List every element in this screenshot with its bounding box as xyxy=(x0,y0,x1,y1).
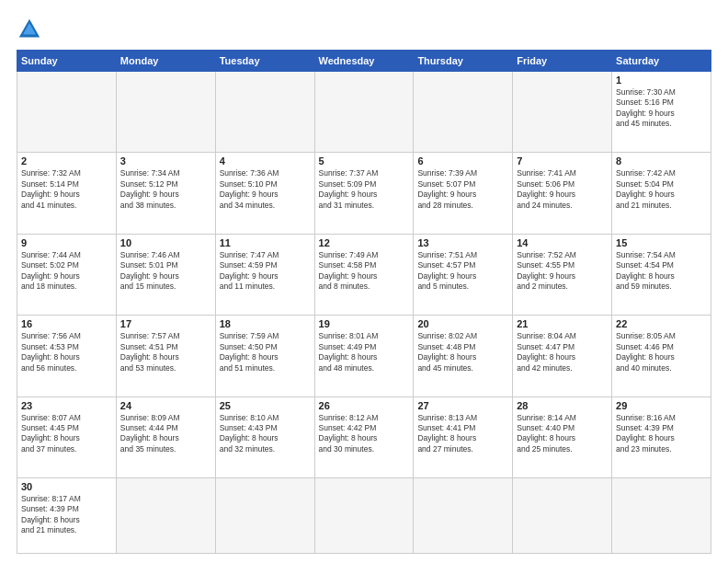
calendar-cell xyxy=(215,477,314,553)
day-info: Sunrise: 7:46 AM Sunset: 5:01 PM Dayligh… xyxy=(120,250,211,293)
calendar-cell: 14Sunrise: 7:52 AM Sunset: 4:55 PM Dayli… xyxy=(513,234,612,315)
calendar-cell: 23Sunrise: 8:07 AM Sunset: 4:45 PM Dayli… xyxy=(17,396,117,477)
calendar-week-row: 9Sunrise: 7:44 AM Sunset: 5:02 PM Daylig… xyxy=(17,234,711,315)
calendar-week-row: 30Sunrise: 8:17 AM Sunset: 4:39 PM Dayli… xyxy=(17,477,711,553)
calendar-cell xyxy=(116,477,215,553)
day-info: Sunrise: 7:56 AM Sunset: 4:53 PM Dayligh… xyxy=(21,331,112,373)
day-info: Sunrise: 8:16 AM Sunset: 4:39 PM Dayligh… xyxy=(616,413,707,455)
calendar-week-row: 1Sunrise: 7:30 AM Sunset: 5:16 PM Daylig… xyxy=(17,72,711,153)
day-number: 16 xyxy=(21,318,112,329)
calendar-cell: 27Sunrise: 8:13 AM Sunset: 4:41 PM Dayli… xyxy=(414,396,513,477)
calendar-cell: 11Sunrise: 7:47 AM Sunset: 4:59 PM Dayli… xyxy=(215,234,314,315)
calendar-cell xyxy=(17,72,117,153)
calendar-cell: 13Sunrise: 7:51 AM Sunset: 4:57 PM Dayli… xyxy=(414,234,513,315)
day-number: 8 xyxy=(616,155,707,167)
day-info: Sunrise: 7:47 AM Sunset: 4:59 PM Dayligh… xyxy=(220,250,311,293)
calendar-cell: 24Sunrise: 8:09 AM Sunset: 4:44 PM Dayli… xyxy=(116,396,215,477)
day-number: 18 xyxy=(220,318,311,329)
calendar-cell: 25Sunrise: 8:10 AM Sunset: 4:43 PM Dayli… xyxy=(215,396,314,477)
calendar-col-wednesday: Wednesday xyxy=(314,51,414,72)
day-info: Sunrise: 7:44 AM Sunset: 5:02 PM Dayligh… xyxy=(21,250,112,293)
day-number: 26 xyxy=(319,400,410,411)
day-info: Sunrise: 8:14 AM Sunset: 4:40 PM Dayligh… xyxy=(517,413,608,455)
calendar-cell: 22Sunrise: 8:05 AM Sunset: 4:46 PM Dayli… xyxy=(612,316,711,396)
calendar-week-row: 2Sunrise: 7:32 AM Sunset: 5:14 PM Daylig… xyxy=(17,153,711,234)
day-info: Sunrise: 7:34 AM Sunset: 5:12 PM Dayligh… xyxy=(120,168,211,211)
calendar-cell: 12Sunrise: 7:49 AM Sunset: 4:58 PM Dayli… xyxy=(314,234,414,315)
day-info: Sunrise: 8:10 AM Sunset: 4:43 PM Dayligh… xyxy=(220,413,311,455)
day-number: 7 xyxy=(517,155,608,167)
day-number: 1 xyxy=(616,75,707,86)
day-info: Sunrise: 8:05 AM Sunset: 4:46 PM Dayligh… xyxy=(616,331,707,373)
day-info: Sunrise: 8:02 AM Sunset: 4:48 PM Dayligh… xyxy=(417,331,508,373)
calendar-cell: 21Sunrise: 8:04 AM Sunset: 4:47 PM Dayli… xyxy=(513,316,612,396)
day-number: 9 xyxy=(21,237,112,248)
day-info: Sunrise: 8:01 AM Sunset: 4:49 PM Dayligh… xyxy=(319,331,410,373)
day-number: 17 xyxy=(120,318,211,329)
day-info: Sunrise: 7:37 AM Sunset: 5:09 PM Dayligh… xyxy=(319,168,410,211)
day-number: 20 xyxy=(417,318,508,329)
calendar-cell xyxy=(116,72,215,153)
calendar-cell xyxy=(513,477,612,553)
day-number: 23 xyxy=(21,400,112,411)
day-info: Sunrise: 8:09 AM Sunset: 4:44 PM Dayligh… xyxy=(120,413,211,455)
day-number: 2 xyxy=(21,155,112,167)
calendar-cell: 28Sunrise: 8:14 AM Sunset: 4:40 PM Dayli… xyxy=(513,396,612,477)
day-info: Sunrise: 7:54 AM Sunset: 4:54 PM Dayligh… xyxy=(616,250,707,293)
day-info: Sunrise: 8:07 AM Sunset: 4:45 PM Dayligh… xyxy=(21,413,112,455)
calendar-cell xyxy=(414,477,513,553)
calendar-cell: 30Sunrise: 8:17 AM Sunset: 4:39 PM Dayli… xyxy=(17,477,117,553)
day-info: Sunrise: 7:32 AM Sunset: 5:14 PM Dayligh… xyxy=(21,168,112,211)
calendar-cell: 7Sunrise: 7:41 AM Sunset: 5:06 PM Daylig… xyxy=(513,153,612,234)
calendar-cell: 29Sunrise: 8:16 AM Sunset: 4:39 PM Dayli… xyxy=(612,396,711,477)
day-number: 11 xyxy=(220,237,311,248)
day-number: 27 xyxy=(417,400,508,411)
day-number: 24 xyxy=(120,400,211,411)
day-info: Sunrise: 8:13 AM Sunset: 4:41 PM Dayligh… xyxy=(417,413,508,455)
day-info: Sunrise: 7:39 AM Sunset: 5:07 PM Dayligh… xyxy=(417,168,508,211)
calendar-col-thursday: Thursday xyxy=(414,51,513,72)
day-number: 6 xyxy=(417,155,508,167)
calendar-col-friday: Friday xyxy=(513,51,612,72)
calendar-cell: 15Sunrise: 7:54 AM Sunset: 4:54 PM Dayli… xyxy=(612,234,711,315)
calendar-cell: 17Sunrise: 7:57 AM Sunset: 4:51 PM Dayli… xyxy=(116,316,215,396)
calendar-cell: 6Sunrise: 7:39 AM Sunset: 5:07 PM Daylig… xyxy=(414,153,513,234)
calendar-cell xyxy=(612,477,711,553)
calendar-col-saturday: Saturday xyxy=(612,51,711,72)
calendar-week-row: 16Sunrise: 7:56 AM Sunset: 4:53 PM Dayli… xyxy=(17,316,711,396)
day-info: Sunrise: 7:36 AM Sunset: 5:10 PM Dayligh… xyxy=(220,168,311,211)
day-info: Sunrise: 7:41 AM Sunset: 5:06 PM Dayligh… xyxy=(517,168,608,211)
day-info: Sunrise: 7:52 AM Sunset: 4:55 PM Dayligh… xyxy=(517,250,608,293)
calendar-cell: 4Sunrise: 7:36 AM Sunset: 5:10 PM Daylig… xyxy=(215,153,314,234)
calendar-cell: 16Sunrise: 7:56 AM Sunset: 4:53 PM Dayli… xyxy=(17,316,117,396)
day-info: Sunrise: 7:42 AM Sunset: 5:04 PM Dayligh… xyxy=(616,168,707,211)
calendar-cell xyxy=(314,72,414,153)
calendar-col-monday: Monday xyxy=(116,51,215,72)
day-info: Sunrise: 8:12 AM Sunset: 4:42 PM Dayligh… xyxy=(319,413,410,455)
day-number: 22 xyxy=(616,318,707,329)
day-info: Sunrise: 8:17 AM Sunset: 4:39 PM Dayligh… xyxy=(21,494,112,536)
header xyxy=(17,17,711,42)
day-number: 12 xyxy=(319,237,410,248)
logo xyxy=(17,17,46,42)
day-number: 3 xyxy=(120,155,211,167)
calendar-cell: 3Sunrise: 7:34 AM Sunset: 5:12 PM Daylig… xyxy=(116,153,215,234)
calendar-cell xyxy=(513,72,612,153)
day-number: 21 xyxy=(517,318,608,329)
day-info: Sunrise: 7:49 AM Sunset: 4:58 PM Dayligh… xyxy=(319,250,410,293)
calendar-cell: 8Sunrise: 7:42 AM Sunset: 5:04 PM Daylig… xyxy=(612,153,711,234)
day-number: 5 xyxy=(319,155,410,167)
calendar-cell xyxy=(215,72,314,153)
logo-icon xyxy=(17,17,42,42)
day-info: Sunrise: 7:51 AM Sunset: 4:57 PM Dayligh… xyxy=(417,250,508,293)
calendar-col-sunday: Sunday xyxy=(17,51,117,72)
calendar-cell: 20Sunrise: 8:02 AM Sunset: 4:48 PM Dayli… xyxy=(414,316,513,396)
day-info: Sunrise: 8:04 AM Sunset: 4:47 PM Dayligh… xyxy=(517,331,608,373)
day-number: 13 xyxy=(417,237,508,248)
calendar-table: SundayMondayTuesdayWednesdayThursdayFrid… xyxy=(17,50,711,554)
calendar-header-row: SundayMondayTuesdayWednesdayThursdayFrid… xyxy=(17,51,711,72)
day-info: Sunrise: 7:59 AM Sunset: 4:50 PM Dayligh… xyxy=(220,331,311,373)
day-number: 15 xyxy=(616,237,707,248)
day-number: 10 xyxy=(120,237,211,248)
calendar-cell: 9Sunrise: 7:44 AM Sunset: 5:02 PM Daylig… xyxy=(17,234,117,315)
